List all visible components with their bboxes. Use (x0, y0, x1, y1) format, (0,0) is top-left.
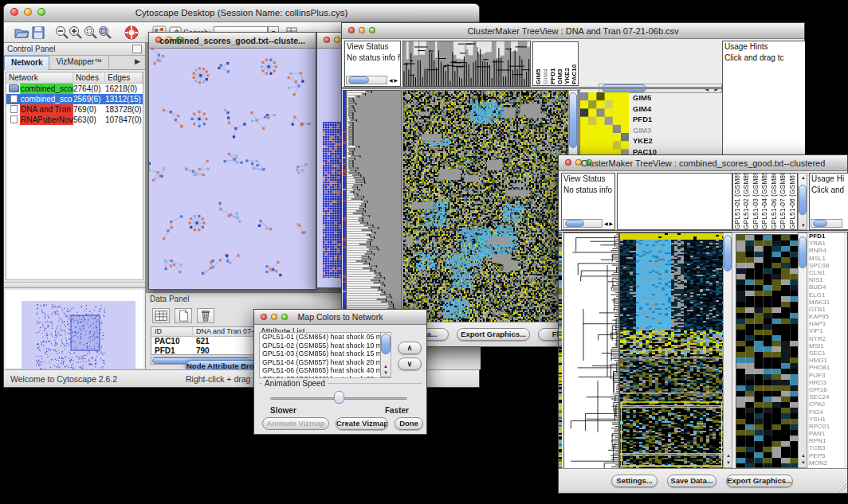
tv2-hints-hscroll[interactable] (811, 219, 842, 228)
gene-label[interactable]: PHO81 (809, 364, 844, 371)
col-nodes[interactable]: Nodes (73, 72, 105, 83)
gene-label[interactable]: MSI1 (809, 342, 844, 350)
gene-label[interactable]: KAP95 (809, 313, 844, 320)
gene-label[interactable]: ELG1 (809, 291, 844, 299)
dialog-titlebar[interactable]: Map Colors to Network (254, 310, 426, 325)
new-attribute-icon[interactable] (175, 308, 192, 323)
tv2-status-hscroll[interactable] (563, 219, 603, 228)
tv2-column-dendrogram-area[interactable] (617, 173, 732, 230)
gene-label[interactable]: PUF3 (809, 372, 844, 379)
create-vizmap-button[interactable]: Create Vizmap (336, 417, 388, 430)
attribute-item[interactable]: GPL51-07 (GSM868) heat shock 60 min (260, 375, 380, 378)
tv2-global-strip[interactable] (559, 232, 562, 468)
tv1-titlebar[interactable]: ClusterMaker TreeView : DNA and Tran 07-… (342, 23, 804, 39)
gene-label[interactable]: RPO21 (809, 423, 844, 430)
tv2-export-graphics-button[interactable]: Export Graphics... (726, 475, 793, 487)
gene-label[interactable]: CPA2 (809, 400, 844, 408)
tab-vizmapper[interactable]: VizMapper™ (49, 56, 109, 70)
gene-label[interactable]: GPI16 (809, 386, 844, 393)
attribute-table-icon[interactable] (152, 308, 170, 323)
attribute-item[interactable]: GPL51-04 (GSM857) heat shock 20 min (260, 358, 380, 367)
save-icon[interactable] (30, 25, 46, 41)
gene-label[interactable]: SPC98 (809, 262, 844, 269)
gene-label[interactable]: PEP5 (809, 452, 844, 459)
col-id[interactable]: ID (151, 327, 193, 336)
tv2-zoom-panel[interactable] (736, 234, 799, 468)
move-down-button[interactable]: ∨ (398, 357, 422, 370)
gene-label[interactable]: NIS1 (809, 276, 844, 283)
gene-label[interactable]: SEC24 (809, 393, 844, 400)
attribute-list-vscroll[interactable]: ▲▼ (380, 333, 391, 377)
col-edges[interactable]: Edges (105, 72, 143, 83)
gene-label[interactable]: RPN1 (809, 437, 844, 444)
tv2-gene-vscroll[interactable]: ▲▼ (798, 232, 807, 468)
delete-attribute-icon[interactable] (197, 308, 214, 323)
attribute-item[interactable]: GPL51-02 (GSM855) heat shock 10 min (260, 342, 380, 350)
gene-label[interactable]: MSL1 (809, 255, 844, 262)
tv1-splitter-h[interactable] (342, 87, 722, 89)
gene-label[interactable]: MON2 (809, 459, 844, 467)
gene-label[interactable]: RNR4 (809, 247, 844, 254)
attribute-item[interactable]: GPL51-01 (GSM854) heat shock 05 min (260, 333, 380, 342)
network-row[interactable]: DNA and Tran 07 769(0) 183728(0) (6, 104, 143, 115)
network-overview-canvas[interactable] (22, 301, 135, 373)
network-canvas[interactable] (149, 49, 316, 289)
gene-label[interactable]: VIP1 (809, 327, 844, 334)
network-row[interactable]: RNAPuberNov2+ 563(0) 107847(0) (6, 115, 143, 125)
tv2-row-dendrogram[interactable] (563, 232, 619, 470)
resize-grip[interactable] (837, 483, 846, 492)
gene-label[interactable]: TCB3 (809, 444, 844, 451)
tv2-collabel-vscroll[interactable]: ▲▼ (798, 173, 807, 230)
tv1-global-matrix[interactable] (580, 92, 629, 158)
tab-network[interactable]: Network (4, 56, 49, 70)
gene-label[interactable]: YSH1 (809, 416, 844, 423)
gene-label[interactable]: BUD4 (809, 283, 844, 291)
tab-overflow-icon[interactable]: ▶ (130, 56, 145, 69)
attribute-item[interactable]: GPL51-03 (GSM856) heat shock 15 min (260, 350, 380, 358)
tv2-titlebar[interactable]: ClusterMaker TreeView : combined_scores_… (559, 155, 847, 171)
gene-label[interactable]: HRD3 (809, 379, 844, 386)
gene-label[interactable]: PAN1 (809, 430, 844, 437)
tv2-heatmap-vscroll[interactable]: ▲▼ (723, 232, 732, 468)
tv1-status-hscroll[interactable] (346, 76, 387, 84)
gene-label[interactable]: FIG4 (809, 408, 844, 416)
minimize-button[interactable] (334, 37, 340, 43)
speed-slider-thumb[interactable] (334, 391, 344, 404)
zoom-in-icon[interactable] (68, 25, 84, 41)
main-titlebar[interactable]: Cytoscape Desktop (Session Name: collins… (4, 4, 479, 22)
network-icon (10, 95, 18, 103)
close-button[interactable] (324, 37, 330, 43)
move-up-button[interactable]: ∧ (398, 342, 422, 354)
network-view-titlebar[interactable]: combined_scores_good.txt--cluste... (149, 33, 316, 49)
tv1-column-dendrogram[interactable] (402, 41, 531, 87)
float-panel-icon[interactable] (132, 45, 142, 53)
network-row[interactable]: combined_sco 2569(6) 13112(15) (6, 94, 143, 104)
help-icon[interactable] (124, 25, 139, 41)
gene-label[interactable]: YRA1 (809, 240, 844, 247)
gene-label[interactable]: NTR2 (809, 335, 844, 342)
tv1-row-dendrogram[interactable] (346, 90, 402, 324)
tv2-save-data-button[interactable]: Save Data... (667, 475, 716, 487)
gene-label[interactable]: MAK31 (809, 299, 844, 306)
network-row[interactable]: combined_scores 2764(0) 16218(0) (6, 84, 143, 94)
tv1-heatmap[interactable] (402, 90, 570, 324)
gene-label[interactable]: HAP3 (809, 320, 844, 327)
gene-label[interactable]: SEC1 (809, 350, 844, 357)
tv1-export-graphics-button[interactable]: Export Graphics... (457, 328, 530, 341)
animate-vizmap-button[interactable]: Animate Vizmap (262, 417, 329, 430)
tv2-settings-button[interactable]: Settings... (611, 475, 658, 487)
tv2-heatmap[interactable] (619, 232, 724, 470)
gene-label[interactable]: CLN1 (809, 269, 844, 276)
gene-label[interactable]: GTB1 (809, 306, 844, 313)
scroll-arrows-icon[interactable]: ◀ ▶ (389, 77, 398, 83)
gene-label[interactable]: PFD1 (809, 232, 844, 240)
zoom-selected-icon[interactable] (83, 25, 99, 41)
attribute-item[interactable]: GPL51-06 (GSM865) heat shock 40 min (260, 366, 380, 375)
panel-splitter[interactable] (4, 282, 145, 288)
scroll-arrows-icon[interactable]: ◀ ▶ (604, 221, 613, 226)
done-button[interactable]: Done (395, 417, 423, 430)
open-file-icon[interactable] (14, 25, 29, 41)
gene-label[interactable]: HMG1 (809, 357, 844, 364)
col-network[interactable]: Network (6, 72, 73, 83)
zoom-fit-icon[interactable] (97, 25, 113, 41)
